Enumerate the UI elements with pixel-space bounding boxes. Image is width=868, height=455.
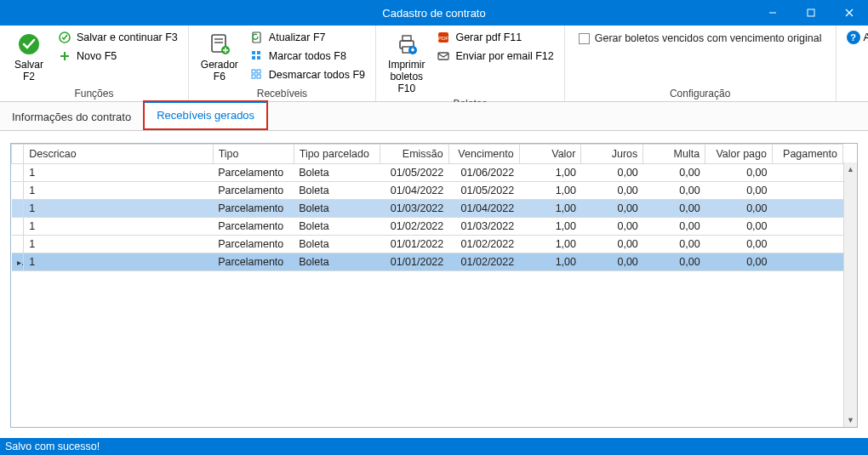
cell[interactable]: 1 (24, 182, 214, 200)
row-indicator-cell[interactable] (12, 218, 24, 236)
table-row[interactable]: 1ParcelamentoBoleta01/04/202201/05/20221… (12, 182, 843, 200)
cell[interactable]: 1,00 (519, 218, 581, 236)
atualizar-button[interactable]: Atualizar F7 (247, 29, 368, 46)
cell[interactable]: Parcelamento (213, 236, 294, 253)
salvar-button[interactable]: SalvarF2 (7, 29, 51, 85)
scroll-down-icon[interactable]: ▼ (844, 413, 857, 427)
recebiveis-table[interactable]: Descricao Tipo Tipo parcelado Emissão Ve… (11, 144, 843, 271)
cell[interactable]: Parcelamento (213, 253, 294, 271)
col-tipo[interactable]: Tipo (213, 145, 294, 164)
row-indicator-cell[interactable] (12, 253, 24, 271)
close-button[interactable] (830, 0, 868, 26)
cell[interactable]: 0,00 (581, 200, 643, 218)
cell[interactable]: Parcelamento (213, 200, 294, 218)
cell[interactable]: 1,00 (519, 253, 581, 271)
cell[interactable]: Parcelamento (213, 182, 294, 200)
cell[interactable]: 01/04/2022 (380, 182, 448, 200)
gerador-button[interactable]: GeradorF6 (196, 29, 243, 85)
cell[interactable]: 01/03/2022 (448, 218, 519, 236)
row-indicator-cell[interactable] (12, 236, 24, 253)
cell[interactable]: 01/05/2022 (448, 182, 519, 200)
cell[interactable]: Boleta (294, 236, 380, 253)
cell[interactable]: 0,00 (643, 236, 705, 253)
col-vencimento[interactable]: Vencimento (448, 145, 519, 164)
col-pagamento[interactable]: Pagamento (772, 145, 842, 164)
imprimir-boletos-button[interactable]: Imprimirboletos F10 (383, 29, 430, 96)
cell[interactable]: 1 (24, 218, 214, 236)
cell[interactable] (772, 253, 842, 271)
cell[interactable]: 0,00 (581, 236, 643, 253)
cell[interactable]: 01/01/2022 (380, 236, 448, 253)
cell[interactable]: 0,00 (643, 218, 705, 236)
cell[interactable] (772, 236, 842, 253)
cell[interactable]: 01/03/2022 (380, 200, 448, 218)
cell[interactable]: Parcelamento (213, 164, 294, 182)
col-tipo-parcelado[interactable]: Tipo parcelado (294, 145, 380, 164)
tab-recebiveis-gerados[interactable]: Recebíveis gerados (143, 100, 268, 130)
maximize-button[interactable] (791, 0, 830, 26)
cell[interactable]: 0,00 (705, 253, 773, 271)
col-valor-pago[interactable]: Valor pago (705, 145, 773, 164)
table-row[interactable]: 1ParcelamentoBoleta01/02/202201/03/20221… (12, 218, 843, 236)
cell[interactable]: 01/01/2022 (380, 253, 448, 271)
cell[interactable]: 0,00 (643, 182, 705, 200)
cell[interactable]: 0,00 (643, 253, 705, 271)
cell[interactable]: 1 (24, 200, 214, 218)
cell[interactable]: Boleta (294, 253, 380, 271)
cell[interactable]: 0,00 (705, 218, 773, 236)
row-indicator-cell[interactable] (12, 200, 24, 218)
cell[interactable]: 1,00 (519, 164, 581, 182)
cell[interactable]: 0,00 (581, 164, 643, 182)
cell[interactable]: 0,00 (705, 164, 773, 182)
cell[interactable]: Boleta (294, 218, 380, 236)
cell[interactable] (772, 200, 842, 218)
cell[interactable]: 0,00 (705, 200, 773, 218)
cell[interactable]: 1,00 (519, 200, 581, 218)
gerar-boletos-vencidos-checkbox[interactable]: Gerar boletos vencidos com vencimento or… (572, 29, 829, 48)
col-descricao[interactable]: Descricao (24, 145, 214, 164)
cell[interactable]: 01/02/2022 (448, 236, 519, 253)
col-multa[interactable]: Multa (643, 145, 705, 164)
cell[interactable]: 1,00 (519, 236, 581, 253)
cell[interactable] (772, 218, 842, 236)
cell[interactable]: 01/04/2022 (448, 200, 519, 218)
cell[interactable] (772, 164, 842, 182)
row-indicator-cell[interactable] (12, 182, 24, 200)
minimize-button[interactable] (753, 0, 791, 26)
cell[interactable]: 0,00 (581, 182, 643, 200)
cell[interactable]: 0,00 (705, 236, 773, 253)
desmarcar-todos-button[interactable]: Desmarcar todos F9 (247, 66, 368, 83)
col-valor[interactable]: Valor (519, 145, 581, 164)
col-juros[interactable]: Juros (581, 145, 643, 164)
table-row[interactable]: 1ParcelamentoBoleta01/01/202201/02/20221… (12, 236, 843, 253)
cell[interactable]: Boleta (294, 200, 380, 218)
enviar-email-button[interactable]: Enviar por email F12 (433, 48, 557, 65)
col-emissao[interactable]: Emissão (380, 145, 448, 164)
cell[interactable] (772, 182, 842, 200)
cell[interactable]: Boleta (294, 164, 380, 182)
cell[interactable]: 0,00 (705, 182, 773, 200)
ajuda-button[interactable]: ? Ajuda (847, 31, 868, 44)
cell[interactable]: Boleta (294, 182, 380, 200)
cell[interactable]: 1 (24, 236, 214, 253)
cell[interactable]: 1 (24, 164, 214, 182)
cell[interactable]: 1,00 (519, 182, 581, 200)
cell[interactable]: 0,00 (581, 218, 643, 236)
novo-button[interactable]: Novo F5 (54, 48, 181, 65)
salvar-continuar-button[interactable]: Salvar e continuar F3 (54, 29, 181, 46)
cell[interactable]: 01/02/2022 (448, 253, 519, 271)
cell[interactable]: 01/02/2022 (380, 218, 448, 236)
cell[interactable]: Parcelamento (213, 218, 294, 236)
cell[interactable]: 0,00 (581, 253, 643, 271)
table-row[interactable]: 1ParcelamentoBoleta01/05/202201/06/20221… (12, 164, 843, 182)
scroll-up-icon[interactable]: ▲ (844, 162, 857, 176)
cell[interactable]: 01/05/2022 (380, 164, 448, 182)
vertical-scrollbar[interactable]: ▲ ▼ (843, 162, 857, 427)
marcar-todos-button[interactable]: Marcar todos F8 (247, 48, 368, 65)
row-indicator-cell[interactable] (12, 164, 24, 182)
gerar-pdf-button[interactable]: PDF Gerar pdf F11 (433, 29, 557, 46)
table-row[interactable]: 1ParcelamentoBoleta01/01/202201/02/20221… (12, 253, 843, 271)
table-row[interactable]: 1ParcelamentoBoleta01/03/202201/04/20221… (12, 200, 843, 218)
cell[interactable]: 0,00 (643, 164, 705, 182)
tab-informacoes-contrato[interactable]: Informações do contrato (0, 104, 143, 130)
